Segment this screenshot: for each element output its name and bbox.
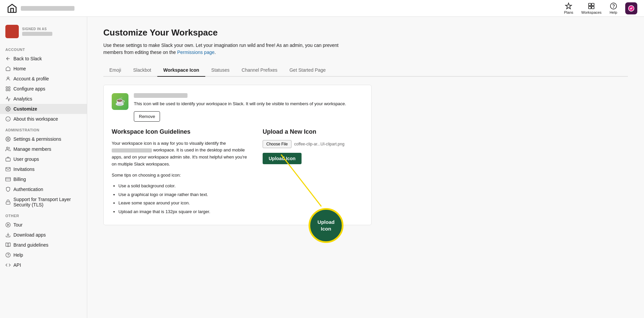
workspaces-label: Workspaces — [581, 10, 601, 14]
billing-icon — [5, 177, 11, 182]
svg-rect-8 — [8, 87, 10, 88]
guidelines-para1: Your workspace icon is a way for you to … — [112, 141, 226, 146]
plans-button[interactable]: Plans — [564, 2, 574, 14]
customize-label: Customize — [13, 106, 37, 112]
file-input-row: Choose File coffee-clip-ar...UI-clipart.… — [263, 140, 363, 148]
callout-circle: Upload Icon — [309, 208, 343, 243]
svg-rect-7 — [6, 87, 8, 88]
svg-rect-10 — [8, 89, 10, 91]
top-nav-right: Plans Workspaces Help — [564, 2, 637, 14]
tab-statuses[interactable]: Statuses — [205, 64, 235, 77]
back-icon — [5, 56, 11, 61]
workspace-icon-image: ☕ — [112, 93, 128, 110]
download-apps-label: Download apps — [13, 232, 46, 238]
manage-members-label: Manage members — [13, 146, 51, 152]
svg-rect-17 — [6, 158, 10, 161]
launch-button[interactable] — [625, 2, 637, 14]
upload-area-wrap: Upload Icon Upload Icon — [263, 153, 363, 164]
tour-icon — [5, 222, 11, 228]
administration-section-label: ADMINISTRATION — [0, 124, 87, 134]
upload-col: Upload a New Icon Choose File coffee-cli… — [263, 128, 363, 217]
sidebar-user: SIGNED IN AS — [0, 22, 87, 44]
tab-slackbot[interactable]: Slackbot — [127, 64, 157, 77]
svg-point-4 — [610, 3, 616, 9]
download-icon — [5, 232, 11, 238]
icon-info: This icon will be used to identify your … — [134, 93, 363, 122]
about-workspace-label: About this workspace — [13, 116, 58, 122]
sidebar-item-configure-apps[interactable]: Configure apps — [0, 84, 87, 94]
remove-button[interactable]: Remove — [134, 111, 160, 122]
help-sidebar-icon — [5, 252, 11, 258]
info-icon — [5, 116, 11, 122]
svg-marker-22 — [8, 224, 9, 226]
auth-icon — [5, 187, 11, 192]
sidebar-item-analytics[interactable]: Analytics — [0, 94, 87, 104]
sidebar-item-account-profile[interactable]: Account & profile — [0, 74, 87, 84]
help-label: Help — [609, 10, 617, 14]
analytics-icon — [5, 96, 11, 102]
choose-file-button[interactable]: Choose File — [263, 140, 291, 148]
sidebar-item-billing[interactable]: Billing — [0, 174, 87, 184]
sidebar-item-brand-guidelines[interactable]: Brand guidelines — [0, 240, 87, 250]
back-to-slack-label: Back to Slack — [13, 56, 42, 61]
layout: SIGNED IN AS ACCOUNT Back to Slack Home … — [0, 17, 644, 318]
home-icon — [5, 66, 11, 71]
sidebar-item-api[interactable]: API — [0, 260, 87, 270]
guidelines-para: Your workspace icon is a way for you to … — [112, 140, 249, 168]
tip-1: Use a solid background color. — [118, 183, 249, 189]
tip-3: Leave some space around your icon. — [118, 200, 249, 206]
username-blur — [22, 32, 52, 36]
home-nav-icon[interactable] — [7, 3, 17, 14]
svg-rect-9 — [6, 89, 8, 91]
brand-icon — [5, 242, 11, 248]
top-nav-left — [7, 3, 74, 14]
sidebar-item-settings-permissions[interactable]: Settings & permissions — [0, 134, 87, 144]
help-button[interactable]: Help — [609, 2, 617, 14]
upload-icon-button[interactable]: Upload Icon — [263, 153, 302, 164]
settings-icon — [5, 136, 11, 142]
person-icon — [5, 76, 11, 81]
tls-icon — [5, 199, 11, 205]
sidebar-item-tls[interactable]: Support for Transport Layer Security (TL… — [0, 194, 87, 210]
sidebar-item-about-workspace[interactable]: About this workspace — [0, 114, 87, 124]
sidebar-item-authentication[interactable]: Authentication — [0, 184, 87, 194]
svg-rect-3 — [592, 6, 594, 8]
upload-title: Upload a New Icon — [263, 128, 363, 135]
tabs: Emoji Slackbot Workspace Icon Statuses C… — [103, 64, 628, 77]
tab-workspace-icon[interactable]: Workspace Icon — [157, 64, 205, 77]
svg-point-6 — [7, 77, 9, 79]
tab-get-started[interactable]: Get Started Page — [283, 64, 332, 77]
svg-point-11 — [7, 108, 9, 110]
tour-label: Tour — [13, 222, 22, 228]
sidebar-item-customize[interactable]: Customize — [0, 104, 87, 114]
sidebar-item-download-apps[interactable]: Download apps — [0, 230, 87, 240]
other-section-label: OTHER — [0, 210, 87, 220]
home-label: Home — [13, 66, 26, 71]
permissions-link[interactable]: Permissions page — [177, 50, 214, 55]
sidebar-item-manage-members[interactable]: Manage members — [0, 144, 87, 154]
plans-label: Plans — [564, 10, 574, 14]
brand-guidelines-label: Brand guidelines — [13, 242, 48, 248]
workspaces-button[interactable]: Workspaces — [581, 2, 601, 14]
sidebar-item-home[interactable]: Home — [0, 64, 87, 74]
main-content: Customize Your Workspace Use these setti… — [87, 17, 644, 318]
svg-point-21 — [6, 222, 10, 227]
sidebar-item-tour[interactable]: Tour — [0, 220, 87, 230]
svg-point-15 — [7, 138, 9, 140]
invitations-label: Invitations — [13, 167, 35, 172]
signed-in-label: SIGNED IN AS — [22, 27, 52, 31]
page-description-text: Use these settings to make Slack your ow… — [103, 43, 338, 55]
icon-name-blur — [134, 93, 187, 98]
tab-emoji[interactable]: Emoji — [103, 64, 127, 77]
sidebar-item-back-to-slack[interactable]: Back to Slack — [0, 54, 87, 64]
svg-point-25 — [8, 256, 8, 256]
svg-rect-2 — [589, 6, 591, 8]
api-label: API — [13, 262, 21, 268]
sidebar-item-help[interactable]: Help — [0, 250, 87, 260]
workspace-name-blur — [21, 6, 74, 11]
tab-channel-prefixes[interactable]: Channel Prefixes — [235, 64, 283, 77]
account-section-label: ACCOUNT — [0, 44, 87, 54]
sidebar-item-user-groups[interactable]: User groups — [0, 154, 87, 164]
account-profile-label: Account & profile — [13, 76, 49, 81]
sidebar-item-invitations[interactable]: Invitations — [0, 164, 87, 174]
